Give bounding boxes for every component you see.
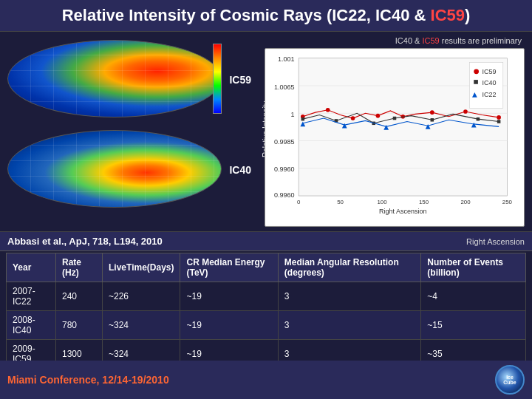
svg-rect-27: [301, 117, 305, 121]
chart-svg: 1.001 1.0065 1 0.9985 0.9960 0.9960 0 50…: [265, 49, 524, 226]
title-highlight: IC59: [431, 6, 465, 24]
col-header-energy: CR Median Energy (TeV): [180, 253, 278, 282]
table-cell: ~4: [421, 282, 526, 311]
ic59-label: IC59: [229, 74, 251, 86]
svg-point-26: [497, 115, 501, 120]
table-cell: 780: [56, 311, 103, 340]
svg-text:IC40: IC40: [482, 79, 497, 86]
table-cell: 2007-IC22: [7, 282, 56, 311]
table-cell: 3: [278, 311, 421, 340]
prelim-text: IC40 &: [395, 36, 423, 45]
col-header-angular: Median Angular Resolution (degrees): [278, 253, 421, 282]
col-header-year: Year: [7, 253, 56, 282]
svg-text:1.001: 1.001: [278, 55, 295, 63]
svg-text:0.9960: 0.9960: [274, 166, 295, 173]
svg-text:200: 200: [460, 199, 471, 205]
table-cell: ~324: [103, 311, 180, 340]
table-cell: ~19: [180, 282, 278, 311]
table-cell: 2008-IC40: [7, 311, 56, 340]
table-row: 2008-IC40780~324~193~15: [7, 311, 526, 340]
table-row: 2007-IC22240~226~193~4: [7, 282, 526, 311]
title-end: ): [465, 6, 470, 24]
col-header-rate: Rate (Hz): [56, 253, 103, 282]
svg-text:100: 100: [377, 199, 387, 205]
svg-point-24: [430, 110, 434, 115]
preliminary-note: IC40 & IC59 results are preliminary: [265, 36, 525, 45]
svg-text:IC59: IC59: [482, 68, 497, 75]
conference-label: Miami Conference, 12/14-19/2010: [7, 374, 169, 386]
table-cell: ~15: [421, 311, 526, 340]
col-header-livetime: LiveTime(Days): [103, 253, 180, 282]
svg-text:0.9985: 0.9985: [274, 138, 295, 146]
footer: Miami Conference, 12/14-19/2010 Ice Cube: [0, 361, 532, 399]
svg-text:IC22: IC22: [482, 91, 497, 98]
page-container: Relative Intensity of Cosmic Rays (IC22,…: [0, 0, 532, 399]
table-cell: 3: [278, 282, 421, 311]
svg-point-20: [326, 108, 330, 112]
ic40-map: [7, 130, 222, 208]
svg-point-21: [351, 116, 355, 120]
main-content: IC59 IC40 Relative Intensity IC40 & IC59…: [0, 32, 532, 231]
svg-text:150: 150: [419, 199, 429, 205]
prelim-text2: results are preliminary: [440, 36, 522, 45]
prelim-highlight: IC59: [422, 36, 439, 45]
chart-area: 1.001 1.0065 1 0.9985 0.9960 0.9960 0 50…: [265, 48, 525, 227]
svg-rect-31: [431, 118, 434, 122]
svg-point-40: [474, 69, 479, 74]
col-header-events: Number of Events (billion): [421, 253, 526, 282]
page-title: Relative Intensity of Cosmic Rays (IC22,…: [62, 6, 471, 24]
citation-text: Abbasi et al., ApJ, 718, L194, 2010: [7, 236, 163, 247]
svg-text:1: 1: [291, 111, 295, 118]
svg-point-25: [463, 109, 468, 114]
svg-point-22: [376, 114, 381, 118]
logo-text: Ice Cube: [503, 375, 516, 385]
svg-text:Right Ascension: Right Ascension: [379, 208, 427, 215]
data-table: Year Rate (Hz) LiveTime(Days) CR Median …: [6, 253, 526, 369]
right-panel: IC40 & IC59 results are preliminary 1.: [265, 36, 525, 227]
ic59-map: [7, 40, 222, 117]
icecube-logo: Ice Cube: [495, 365, 525, 395]
ic40-label: IC40: [229, 164, 251, 176]
table-cell: ~19: [180, 311, 278, 340]
svg-rect-30: [393, 117, 397, 120]
table-cell: ~226: [103, 282, 180, 311]
header: Relative Intensity of Cosmic Rays (IC22,…: [0, 0, 532, 32]
color-scale-bar: [213, 44, 222, 114]
right-ascension-label: Right Ascension: [466, 237, 525, 246]
ic40-map-container: IC40: [7, 126, 259, 214]
maps-area: IC59 IC40: [7, 36, 259, 227]
svg-text:250: 250: [502, 199, 513, 205]
title-text: Relative Intensity of Cosmic Rays (IC22,…: [62, 6, 431, 24]
svg-rect-33: [497, 120, 501, 123]
svg-text:0: 0: [297, 199, 301, 205]
table-cell: 240: [56, 282, 103, 311]
svg-rect-32: [477, 117, 480, 121]
citation-bar: Abbasi et al., ApJ, 718, L194, 2010 Righ…: [0, 231, 532, 251]
svg-rect-42: [474, 80, 478, 84]
table-section: Year Rate (Hz) LiveTime(Days) CR Median …: [0, 253, 532, 369]
svg-text:1.0065: 1.0065: [274, 83, 295, 91]
svg-text:0.9960: 0.9960: [274, 191, 295, 199]
svg-text:50: 50: [337, 199, 344, 205]
